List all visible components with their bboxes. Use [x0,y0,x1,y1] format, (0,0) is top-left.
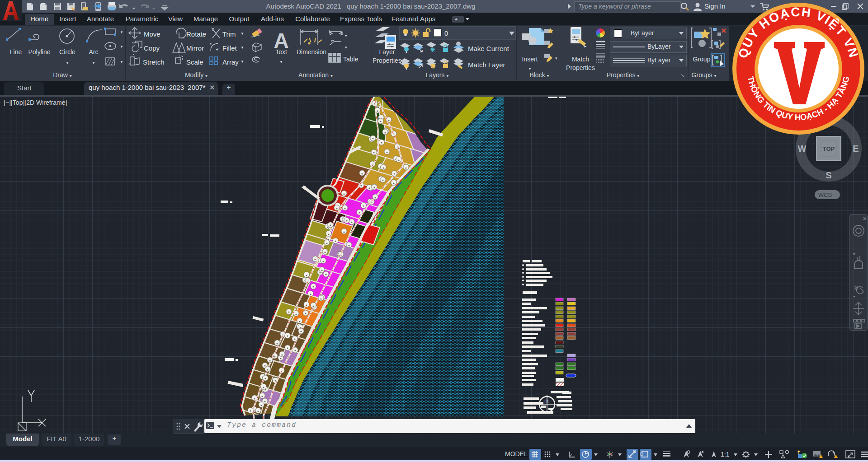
svg-text:▾: ▾ [345,33,347,38]
svg-text:Table: Table [343,56,359,63]
svg-text:▾: ▾ [241,45,244,50]
svg-text:0: 0 [444,29,448,37]
svg-text:▾: ▾ [280,60,283,64]
svg-text:E: E [853,144,859,154]
svg-text:Stretch: Stretch [143,58,165,66]
svg-text:!: ! [821,455,822,458]
svg-text:Move: Move [144,30,160,38]
svg-text:Trim: Trim [222,30,236,38]
svg-text:▾: ▾ [529,66,531,71]
svg-text:Array: Array [222,58,239,66]
svg-text:Match Layer: Match Layer [468,61,505,69]
svg-text:▾: ▾ [555,56,557,61]
svg-text:Layer: Layer [379,48,395,56]
svg-text:▾: ▾ [241,59,244,64]
svg-text:Properties: Properties [566,64,595,71]
svg-text:Make Current: Make Current [468,45,509,52]
svg-text:Group: Group [693,56,711,63]
svg-text:Mirror: Mirror [186,44,204,52]
svg-text:WCS: WCS [818,191,832,198]
svg-text:Fillet: Fillet [222,44,237,52]
svg-text:Match: Match [572,56,589,63]
svg-text:Copy: Copy [144,44,160,52]
svg-text:W: W [798,144,807,154]
svg-text:S: S [826,170,831,180]
svg-text:Scale: Scale [186,58,203,66]
svg-text:!: ! [836,455,837,458]
svg-text:▾: ▾ [345,45,347,50]
svg-text:TOP: TOP [823,145,835,152]
svg-text:Text: Text [275,48,287,56]
svg-text:Rotate: Rotate [186,30,206,38]
svg-text:Dimension: Dimension [297,48,326,56]
svg-text:DL: DL [544,399,550,403]
svg-text:▾: ▾ [241,31,244,36]
svg-text:Properties: Properties [373,57,401,64]
svg-text:Insert: Insert [522,56,538,63]
